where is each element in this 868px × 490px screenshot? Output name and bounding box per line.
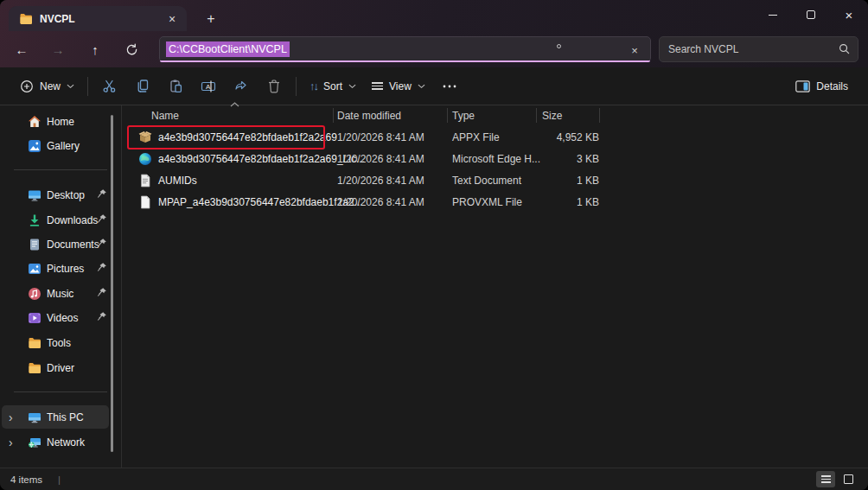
downloads-icon xyxy=(28,213,41,227)
column-header-size[interactable]: Size xyxy=(542,105,562,125)
thumbnail-view-icon xyxy=(844,474,853,484)
file-row[interactable]: AUMIDs 1/20/2026 8:41 AM Text Document 1… xyxy=(122,170,868,192)
sort-button[interactable]: ↑↓ Sort xyxy=(302,73,364,100)
pin-icon xyxy=(97,287,107,297)
search-input[interactable]: Search NVCPL xyxy=(659,36,858,62)
column-header-name[interactable]: Name xyxy=(151,105,179,125)
chevron-right-icon[interactable]: › xyxy=(9,411,19,423)
tab-close-icon[interactable]: × xyxy=(164,11,180,27)
window-controls: × xyxy=(754,0,868,31)
close-button[interactable]: × xyxy=(830,0,868,29)
file-date: 1/20/2026 8:41 AM xyxy=(337,153,424,165)
address-path-text: C:\CCBootClient\NVCPL xyxy=(166,41,290,57)
file-size: 1 KB xyxy=(521,196,599,208)
plus-circle-icon xyxy=(20,80,34,93)
navigation-sidebar: Home Gallery Desktop Downloads xyxy=(0,105,121,468)
file-row[interactable]: MPAP_a4e3b9d30756447e82bfdaeb1f2a2... 1/… xyxy=(122,192,868,213)
cut-button[interactable] xyxy=(93,73,126,100)
share-button[interactable] xyxy=(225,73,258,100)
up-button[interactable]: ↑ xyxy=(81,35,109,63)
scissors-icon xyxy=(102,79,118,94)
column-divider[interactable] xyxy=(447,108,448,123)
new-tab-button[interactable]: + xyxy=(201,10,220,29)
tab-title: NVCPL xyxy=(40,13,157,25)
svg-text:A: A xyxy=(206,83,211,91)
music-icon xyxy=(28,287,41,301)
more-options-button[interactable] xyxy=(433,73,466,100)
chevron-right-icon[interactable]: › xyxy=(9,436,19,449)
address-clear-icon[interactable]: × xyxy=(626,41,643,59)
sidebar-item-this-pc[interactable]: › This PC xyxy=(2,405,109,429)
sidebar-item-label: Pictures xyxy=(47,263,84,275)
pin-icon xyxy=(97,213,107,224)
sidebar-item-videos[interactable]: Videos xyxy=(2,306,109,329)
toolbar-separator xyxy=(296,77,297,96)
annotation-highlight-box xyxy=(127,125,325,150)
back-button[interactable]: ← xyxy=(8,35,35,63)
sidebar-item-desktop[interactable]: Desktop xyxy=(2,183,109,207)
sidebar-item-documents[interactable]: Documents xyxy=(2,232,109,256)
sidebar-item-gallery[interactable]: Gallery xyxy=(2,134,109,157)
rename-icon: A xyxy=(201,79,216,94)
view-button[interactable]: View xyxy=(364,73,433,100)
copy-button[interactable] xyxy=(126,73,159,100)
chevron-down-icon xyxy=(348,84,356,89)
column-divider[interactable] xyxy=(599,108,600,123)
sidebar-item-label: Videos xyxy=(47,312,78,324)
file-row[interactable]: a4e3b9d30756447e82bfdaeb1f2a2a69_Lic... … xyxy=(122,149,868,170)
sidebar-item-music[interactable]: Music xyxy=(2,282,109,305)
file-date: 1/20/2026 8:41 AM xyxy=(337,196,424,208)
sidebar-item-pictures[interactable]: Pictures xyxy=(2,257,109,280)
sort-arrows-icon: ↑↓ xyxy=(310,80,317,92)
column-divider[interactable] xyxy=(333,108,334,123)
search-icon[interactable] xyxy=(838,42,851,55)
sort-button-label: Sort xyxy=(323,80,342,92)
sidebar-scrollbar[interactable] xyxy=(111,115,113,452)
file-type: APPX File xyxy=(452,131,500,143)
column-divider[interactable] xyxy=(536,108,537,123)
column-header-date-modified[interactable]: Date modified xyxy=(337,105,401,125)
provxml-file-icon xyxy=(138,195,152,209)
sidebar-item-downloads[interactable]: Downloads xyxy=(2,208,109,232)
sidebar-item-label: Tools xyxy=(47,337,71,349)
column-header-type[interactable]: Type xyxy=(452,105,475,125)
address-bar[interactable]: C:\CCBootClient\NVCPL × xyxy=(159,36,651,62)
thumbnail-view-button[interactable] xyxy=(839,471,858,487)
sidebar-item-label: This PC xyxy=(47,411,84,423)
sidebar-item-label: Gallery xyxy=(47,140,80,152)
delete-button[interactable] xyxy=(258,73,290,100)
toolbar-separator xyxy=(87,77,88,96)
close-icon: × xyxy=(846,9,853,22)
refresh-icon xyxy=(125,43,138,56)
file-date: 1/20/2026 8:41 AM xyxy=(337,131,424,143)
text-cursor-dot xyxy=(557,44,561,48)
network-icon xyxy=(28,436,41,449)
details-button[interactable]: Details xyxy=(788,73,856,100)
forward-button[interactable]: → xyxy=(44,35,72,63)
folder-icon xyxy=(28,361,41,375)
new-button[interactable]: New xyxy=(12,73,82,100)
refresh-button[interactable] xyxy=(118,35,145,63)
sidebar-divider xyxy=(14,391,107,392)
details-view-button[interactable] xyxy=(816,471,835,487)
pin-icon xyxy=(97,238,107,248)
arrow-right-icon: → xyxy=(52,42,65,57)
chevron-down-icon xyxy=(418,84,425,89)
sidebar-item-driver[interactable]: Driver xyxy=(2,356,109,379)
sidebar-item-label: Downloads xyxy=(47,214,98,226)
pin-icon xyxy=(97,188,107,199)
trash-icon xyxy=(267,79,281,93)
minimize-button[interactable] xyxy=(754,0,792,29)
this-pc-icon xyxy=(28,410,41,424)
paste-button[interactable] xyxy=(159,73,192,100)
sidebar-item-network[interactable]: › Network xyxy=(2,430,109,454)
sort-ascending-icon xyxy=(230,102,239,107)
sidebar-item-home[interactable]: Home xyxy=(2,110,109,133)
gallery-icon xyxy=(28,139,41,153)
sidebar-item-tools[interactable]: Tools xyxy=(2,331,109,354)
maximize-button[interactable] xyxy=(792,0,830,29)
explorer-tab[interactable]: NVCPL × xyxy=(9,6,187,31)
text-document-icon xyxy=(138,174,152,188)
rename-button[interactable]: A xyxy=(192,73,225,100)
sidebar-divider xyxy=(14,169,107,170)
